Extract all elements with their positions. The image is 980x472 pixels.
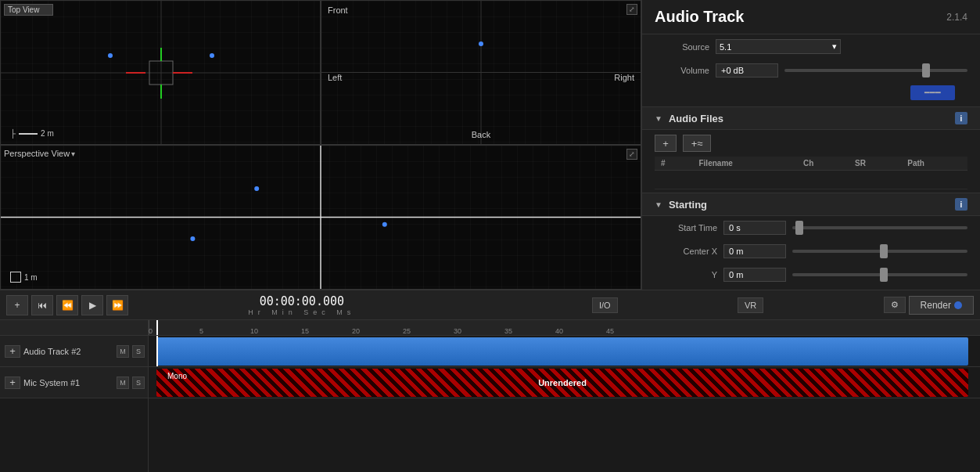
blue-panel-btn[interactable]: ━━━ [910,85,955,100]
ruler-mark-20: 20 [352,327,360,335]
front-view-viewport[interactable]: Front Right Left ⤢ Back [321,0,641,145]
starting-section-header[interactable]: ▼ Starting i [642,193,980,216]
starting-title: Starting [669,199,949,211]
track1-clip[interactable] [156,337,968,366]
ruler-mark-35: 35 [504,327,512,335]
top-view-grid [1,1,320,144]
audio-files-info-btn[interactable]: i [955,112,967,124]
volume-label: Volume [655,66,709,75]
col-ch: Ch [797,157,849,171]
volume-row: Volume +0 dB [642,59,980,82]
time-display: 00:00:00.000 Hr Min Sec Ms [248,294,355,316]
top-view-dropdown[interactable]: Top View [4,4,53,16]
y-label: Y [655,270,717,279]
center-x-label: Center X [655,247,717,256]
center-x-row: Center X 0 m [642,240,980,263]
skip-back-btn[interactable]: ⏮ [31,295,53,315]
track2-name: Mic System #1 [23,378,113,387]
top-view-viewport[interactable]: Top View [0,0,321,145]
perspective-label: Perspective View [4,149,70,158]
track1-add-btn[interactable]: + [5,345,20,358]
track1-s-btn[interactable]: S [132,345,145,358]
fast-forward-btn[interactable]: ⏩ [106,295,128,315]
perspective-scale: 1 m [10,272,38,283]
track2-clip[interactable]: Mono Unrendered [156,369,968,397]
track-playhead-1 [156,336,158,366]
right-panel: Audio Track 2.1.4 Source 5.1 ▾ Volume +0… [641,0,980,290]
start-time-slider[interactable] [792,226,967,229]
col-hash: # [655,157,692,171]
track2-m-btn[interactable]: M [117,377,129,389]
add-audio-btn[interactable]: + [655,135,677,152]
front-view-expand[interactable]: ⤢ [626,4,637,15]
top-view-scale: ├2 m [10,129,54,138]
render-btn[interactable]: Render [909,296,974,315]
start-time-input[interactable]: 0 s [723,221,786,235]
starting-triangle: ▼ [655,200,662,209]
timeline-tracks-labels: + Audio Track #2 M S + Mic System #1 M S [0,320,149,472]
svg-point-4 [210,53,214,58]
track-label-1: + Audio Track #2 M S [0,336,148,367]
ruler-mark-15: 15 [301,327,309,335]
perspective-header: Perspective View ▾ [4,149,75,158]
time-labels: Hr Min Sec Ms [248,308,355,316]
source-select[interactable]: 5.1 ▾ [716,39,841,54]
track1-name: Audio Track #2 [23,347,113,356]
track-row-1[interactable] [149,336,980,367]
ruler-mark-25: 25 [403,327,411,335]
gear-btn[interactable] [884,297,906,313]
io-btn[interactable]: I/O [592,297,618,313]
playhead[interactable] [156,320,158,335]
col-sr: SR [849,157,901,171]
y-slider[interactable] [792,273,967,276]
ruler-mark-45: 45 [606,327,614,335]
timeline-content: + Audio Track #2 M S + Mic System #1 M S… [0,320,980,472]
timeline-ruler[interactable]: 0 5 10 15 20 25 30 35 40 45 [149,320,980,336]
unrendered-label: Unrendered [538,378,587,387]
svg-point-3 [108,53,113,58]
perspective-grid [1,146,641,289]
ruler-mark-10: 10 [250,327,258,335]
center-x-slider[interactable] [792,250,967,253]
timeline-tracks: Mono Unrendered [149,336,980,472]
col-filename: Filename [692,157,797,171]
track2-s-btn[interactable]: S [132,377,145,389]
audio-files-table: # Filename Ch SR Path [655,157,967,189]
panel-title: Audio Track [655,8,744,26]
play-btn[interactable]: ▶ [81,295,103,315]
audio-files-title: Audio Files [669,113,949,124]
audio-files-toolbar: + +≈ [642,130,980,157]
volume-input[interactable]: +0 dB [716,63,778,77]
ruler-mark-40: 40 [555,327,563,335]
empty-row [655,171,967,189]
source-label: Source [655,42,709,52]
render-dot [954,301,962,309]
rewind-btn[interactable]: ⏪ [56,295,78,315]
ruler-mark-30: 30 [454,327,461,335]
add-track-btn[interactable]: + [6,295,28,315]
starting-info-btn[interactable]: i [955,198,967,211]
gear-icon [891,300,899,309]
timeline-ruler-area: 0 5 10 15 20 25 30 35 40 45 [149,320,980,472]
perspective-expand[interactable]: ⤢ [626,149,637,160]
svg-point-15 [479,41,483,46]
add-wave-btn[interactable]: +≈ [683,135,711,152]
volume-slider[interactable] [784,69,967,72]
svg-point-21 [190,236,195,241]
vr-btn[interactable]: VR [738,297,763,313]
track2-add-btn[interactable]: + [5,377,20,389]
track1-m-btn[interactable]: M [117,345,129,358]
y-input[interactable]: 0 m [723,268,786,282]
audio-files-section-header[interactable]: ▼ Audio Files i [642,106,980,130]
panel-title-bar: Audio Track 2.1.4 [642,0,980,34]
perspective-dropdown-arrow[interactable]: ▾ [71,150,75,158]
start-time-label: Start Time [655,223,717,232]
timeline-toolbar: + ⏮ ⏪ ▶ ⏩ 00:00:00.000 Hr Min Sec Ms I/O… [0,290,980,320]
ruler-mark-5: 5 [199,327,203,335]
y-row: Y 0 m [642,263,980,286]
col-path: Path [901,157,967,171]
ruler-mark-0: 0 [149,327,153,335]
perspective-view-viewport[interactable]: Perspective View ▾ ⤢ [0,145,641,290]
center-x-input[interactable]: 0 m [723,244,786,258]
track-row-2[interactable]: Mono Unrendered [149,367,980,398]
